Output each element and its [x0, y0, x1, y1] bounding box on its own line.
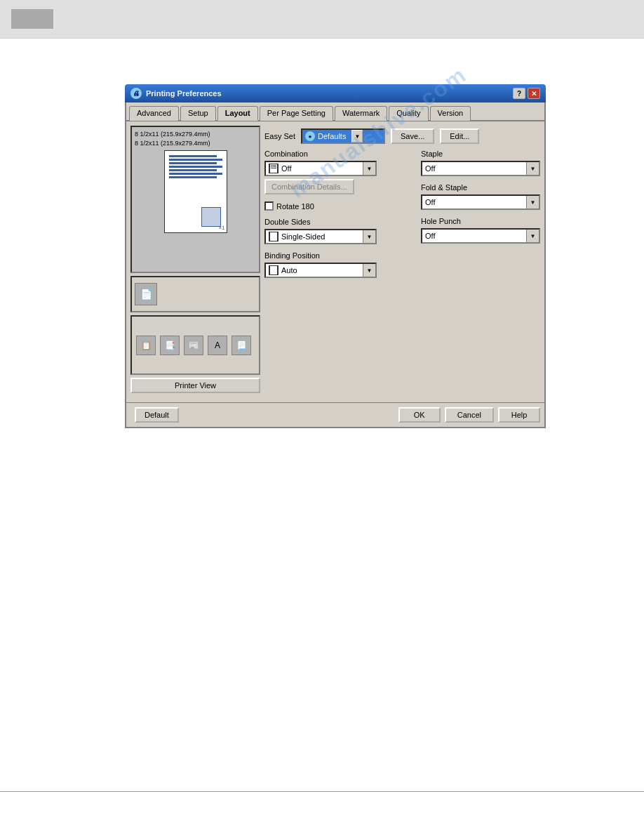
- preview-line-1: [169, 155, 217, 157]
- edit-button[interactable]: Edit...: [440, 128, 479, 144]
- close-titlebar-button[interactable]: ✕: [528, 88, 540, 99]
- easy-set-row: Easy Set ● Defaults ▼ Save... Edit...: [264, 126, 540, 150]
- staple-label: Staple: [421, 150, 540, 158]
- help-button[interactable]: Help: [498, 407, 540, 423]
- icon-pages-1[interactable]: 📋: [136, 336, 156, 355]
- top-bar: [0, 0, 644, 39]
- hole-punch-group: Hole Punch Off ▼: [421, 217, 540, 244]
- dialog-footer: Default OK Cancel Help: [126, 402, 544, 427]
- title-bar: 🖨 Printing Preferences ? ✕: [125, 84, 546, 102]
- printer-view-button[interactable]: Printer View: [130, 378, 260, 393]
- fold-staple-dropdown[interactable]: Off ▼: [421, 194, 540, 210]
- fold-staple-dropdown-arrow[interactable]: ▼: [526, 196, 539, 208]
- paper-size-label-2: 8 1/2x11 (215.9x279.4mm): [135, 139, 256, 148]
- tab-version[interactable]: Version: [430, 106, 471, 121]
- double-sides-group: Double Sides Single-Sided ▼: [264, 218, 414, 244]
- rotate180-checkbox[interactable]: [264, 201, 274, 211]
- binding-position-dropdown[interactable]: Auto ▼: [264, 263, 377, 278]
- preview-line-2: [169, 159, 222, 161]
- layout-icon-selected[interactable]: 📄: [135, 283, 157, 305]
- tab-watermark[interactable]: Watermark: [335, 106, 387, 121]
- combination-icon: [269, 164, 279, 173]
- staple-dropdown[interactable]: Off ▼: [421, 161, 540, 176]
- combination-dropdown[interactable]: Off ▼: [264, 161, 377, 176]
- top-bar-logo: [11, 9, 53, 29]
- icon-pages-5[interactable]: 📃: [232, 336, 251, 355]
- staple-group: Staple Off ▼: [421, 150, 540, 176]
- easy-set-dropdown[interactable]: ● Defaults ▼: [301, 128, 385, 144]
- help-titlebar-button[interactable]: ?: [513, 88, 525, 99]
- hole-punch-label: Hole Punch: [421, 217, 540, 225]
- binding-position-label: Binding Position: [264, 251, 414, 260]
- easy-set-dropdown-arrow[interactable]: ▼: [351, 130, 363, 143]
- fold-staple-label: Fold & Staple: [421, 183, 540, 192]
- right-options: Staple Off ▼ Fold & Staple Off: [421, 150, 540, 398]
- preview-line-4: [169, 166, 222, 168]
- cancel-button[interactable]: Cancel: [445, 407, 494, 423]
- binding-position-dropdown-arrow[interactable]: ▼: [363, 264, 375, 277]
- binding-position-group: Binding Position Auto ▼: [264, 251, 414, 278]
- fold-staple-value: Off: [425, 198, 435, 206]
- dialog-body: Advanced Setup Layout Per Page Setting W…: [125, 102, 546, 428]
- tab-perpagesetting[interactable]: Per Page Setting: [260, 106, 333, 121]
- dialog-title: Printing Preferences: [146, 89, 222, 98]
- preview-page: ×1: [164, 150, 227, 233]
- tab-quality[interactable]: Quality: [389, 106, 428, 121]
- staple-value: Off: [425, 164, 435, 173]
- double-sides-value: Single-Sided: [281, 232, 325, 241]
- icon-pages-3[interactable]: 📰: [184, 336, 203, 355]
- double-sides-icon: [269, 232, 279, 241]
- icon-pages-2[interactable]: 📑: [160, 336, 180, 355]
- default-button[interactable]: Default: [135, 407, 179, 423]
- double-sides-dropdown[interactable]: Single-Sided ▼: [264, 229, 377, 244]
- hole-punch-dropdown-arrow[interactable]: ▼: [526, 230, 539, 242]
- combination-label: Combination: [264, 150, 414, 158]
- fold-staple-group: Fold & Staple Off ▼: [421, 183, 540, 210]
- title-bar-controls: ? ✕: [513, 88, 540, 99]
- printer-icon: 🖨: [130, 88, 142, 99]
- right-panel: Easy Set ● Defaults ▼ Save... Edit...: [264, 126, 540, 398]
- hole-punch-dropdown[interactable]: Off ▼: [421, 228, 540, 244]
- preview-area: 8 1/2x11 (215.9x279.4mm) 8 1/2x11 (215.9…: [130, 126, 260, 273]
- tab-bar: Advanced Setup Layout Per Page Setting W…: [126, 102, 544, 121]
- title-bar-left: 🖨 Printing Preferences: [130, 88, 222, 99]
- staple-dropdown-arrow[interactable]: ▼: [526, 162, 539, 175]
- ok-button[interactable]: OK: [398, 407, 441, 423]
- tab-setup[interactable]: Setup: [180, 106, 216, 121]
- icon-row2: 📋 📑 📰 A 📃: [130, 315, 260, 375]
- preview-line-7: [169, 176, 217, 178]
- icon-bar-1: 📄: [130, 276, 260, 312]
- rotate180-label: Rotate 180: [276, 202, 314, 211]
- main-panels: Combination Off ▼: [264, 150, 540, 398]
- left-panel: 8 1/2x11 (215.9x279.4mm) 8 1/2x11 (215.9…: [130, 126, 260, 398]
- easy-set-label: Easy Set: [264, 132, 295, 140]
- combination-dropdown-arrow[interactable]: ▼: [363, 162, 375, 175]
- page: 🖨 Printing Preferences ? ✕ Advanced Setu…: [0, 0, 644, 834]
- left-options: Combination Off ▼: [264, 150, 414, 398]
- save-button[interactable]: Save...: [391, 128, 434, 144]
- preview-line-6: [169, 173, 222, 175]
- bottom-line: [0, 791, 644, 792]
- binding-position-icon: [269, 265, 279, 275]
- preview-line-5: [169, 169, 217, 171]
- dialog-content: 8 1/2x11 (215.9x279.4mm) 8 1/2x11 (215.9…: [126, 121, 544, 402]
- easy-set-value: Defaults: [318, 132, 346, 140]
- preview-bottom-block: [201, 207, 221, 227]
- paper-size-label-1: 8 1/2x11 (215.9x279.4mm): [135, 130, 256, 139]
- icon-pages-4[interactable]: A: [208, 336, 227, 355]
- hole-punch-value: Off: [425, 232, 435, 240]
- combination-page-icon: [269, 164, 278, 173]
- preview-line-3: [169, 162, 217, 164]
- tab-layout[interactable]: Layout: [217, 106, 258, 121]
- binding-position-value: Auto: [281, 266, 297, 274]
- preview-corner-number: ×1: [218, 225, 224, 231]
- double-sides-label: Double Sides: [264, 218, 414, 226]
- binding-page-icon: [269, 265, 278, 275]
- combination-group: Combination Off ▼: [264, 150, 414, 194]
- combination-value: Off: [281, 164, 291, 173]
- rotate180-row: Rotate 180: [264, 201, 414, 211]
- tab-advanced[interactable]: Advanced: [129, 106, 179, 121]
- double-sides-page-icon: [269, 232, 278, 241]
- double-sides-dropdown-arrow[interactable]: ▼: [363, 230, 375, 243]
- combination-details-button: Combination Details...: [264, 179, 354, 194]
